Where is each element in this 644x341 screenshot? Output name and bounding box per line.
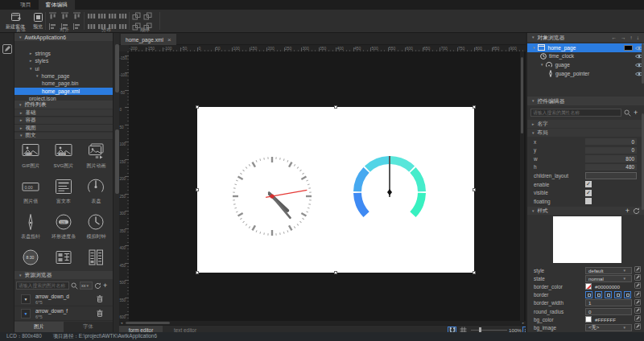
per-state-icon[interactable] bbox=[634, 274, 641, 281]
image-animation-icon[interactable] bbox=[86, 142, 105, 161]
widget-tile-time-clock[interactable]: 模拟时钟 bbox=[80, 211, 113, 244]
image-value-icon[interactable]: 0.00 bbox=[21, 177, 40, 196]
canvas-widget-guage[interactable] bbox=[349, 152, 430, 232]
magnet-button[interactable] bbox=[448, 327, 456, 333]
widget-tile-guage-pointer[interactable]: 表盘指针 bbox=[14, 211, 47, 244]
border-option-button-1[interactable] bbox=[595, 291, 602, 298]
object-tree-item-time_clock[interactable]: time_clock bbox=[527, 52, 644, 61]
scroll-right-icon[interactable]: ► bbox=[522, 321, 525, 325]
editor-tab-form-editor[interactable]: form editor bbox=[119, 326, 163, 332]
widget-category-0[interactable]: ►基础 bbox=[14, 109, 113, 117]
window-icon[interactable] bbox=[538, 44, 545, 51]
delete-resource-icon[interactable] bbox=[97, 295, 103, 302]
align-tool-icon[interactable] bbox=[60, 12, 69, 20]
widget-tile-rich-text[interactable]: 富文本 bbox=[47, 175, 80, 209]
widget-tile-guage[interactable]: 表盘 bbox=[80, 175, 113, 209]
align-tool-icon[interactable] bbox=[132, 12, 141, 20]
align-tool-icon[interactable] bbox=[118, 23, 127, 31]
magnet-icon[interactable] bbox=[449, 327, 456, 332]
scrollbar-thumb[interactable] bbox=[521, 57, 523, 134]
selection-handle[interactable] bbox=[473, 105, 476, 109]
object-move-left-icon[interactable]: ← bbox=[612, 35, 617, 40]
per-state-icon[interactable] bbox=[634, 299, 641, 306]
widget-tile-digital-clock[interactable]: 8:30 bbox=[14, 246, 47, 271]
widget-tile-svg-image[interactable]: SVGSVG图片 bbox=[47, 140, 80, 174]
project-tree-item-home_page[interactable]: ▼home_page bbox=[14, 72, 113, 80]
selection-handle[interactable] bbox=[196, 271, 199, 274]
border-option-button-2[interactable] bbox=[605, 291, 612, 298]
preview-icon[interactable] bbox=[33, 12, 43, 23]
style-input-round_radius[interactable]: 0 bbox=[585, 308, 632, 315]
object-move-right-icon[interactable]: → bbox=[621, 35, 626, 40]
project-tree-item-styles[interactable]: ►styles bbox=[14, 57, 113, 64]
checkbox-floating[interactable] bbox=[585, 198, 592, 204]
time-clock-icon[interactable] bbox=[86, 212, 105, 232]
widget-category-1[interactable]: ►容器 bbox=[14, 117, 113, 125]
gif-image-icon[interactable]: GIF bbox=[21, 142, 40, 161]
widget-category-3[interactable]: ▼图文 bbox=[14, 133, 113, 140]
children-layout-input[interactable] bbox=[585, 172, 637, 179]
candidates-icon[interactable] bbox=[54, 248, 73, 267]
layout-prop-value-field[interactable]: 0 bbox=[585, 147, 637, 154]
object-move-up-icon[interactable]: ↑ bbox=[630, 35, 633, 40]
close-icon[interactable]: × bbox=[167, 36, 171, 43]
border-option-button-3[interactable] bbox=[614, 291, 621, 298]
guage-small-icon[interactable] bbox=[546, 62, 552, 68]
checkbox-enable[interactable]: ✓ bbox=[585, 181, 592, 187]
align-tool-icon[interactable] bbox=[143, 12, 152, 20]
resource-search-input[interactable] bbox=[16, 281, 69, 290]
layout-prop-value-field[interactable]: 800 bbox=[585, 155, 637, 162]
selection-handle[interactable] bbox=[334, 271, 337, 274]
object-tree-item-guage[interactable]: ▼guage bbox=[527, 60, 644, 69]
widget-tile-gif-image[interactable]: GIFGIF图片 bbox=[14, 140, 47, 174]
canvas-widget-time-clock[interactable] bbox=[226, 150, 318, 242]
section-style[interactable]: ▼样式+ bbox=[527, 207, 644, 215]
object-move-down-icon[interactable]: ↓ bbox=[637, 35, 639, 40]
selection-handle[interactable] bbox=[196, 188, 199, 191]
list-view-icon[interactable] bbox=[86, 248, 105, 267]
align-tool-icon[interactable] bbox=[97, 12, 106, 20]
scrollbar-thumb[interactable] bbox=[115, 44, 119, 92]
object-color-swatch[interactable] bbox=[624, 45, 633, 51]
border-option-button-0[interactable] bbox=[585, 291, 592, 298]
style-select-state[interactable]: normal▼ bbox=[585, 275, 632, 282]
per-state-icon[interactable] bbox=[634, 291, 641, 298]
edit-mode-icon[interactable] bbox=[2, 44, 12, 54]
resource-item-arrow_down_d[interactable]: ▼arrow_down_d6*5 bbox=[14, 292, 113, 306]
digital-clock-icon[interactable]: 8:30 bbox=[21, 248, 40, 267]
rich-text-icon[interactable] bbox=[54, 177, 73, 196]
style-input-border_width[interactable]: 1 bbox=[585, 299, 632, 306]
widget-tile-progress-circle[interactable]: 123环形进度条 bbox=[47, 211, 80, 244]
border-option-button-4[interactable] bbox=[624, 291, 631, 298]
selection-handle[interactable] bbox=[196, 105, 199, 109]
zoom-slider-track[interactable] bbox=[471, 330, 507, 331]
clock-icon[interactable] bbox=[540, 53, 547, 60]
search-icon[interactable] bbox=[624, 109, 631, 117]
ribbon-tab-project[interactable]: 项目 bbox=[13, 0, 39, 10]
add-style-icon[interactable]: + bbox=[625, 207, 630, 215]
search-icon[interactable] bbox=[71, 282, 78, 290]
section-layout[interactable]: ▼布局 bbox=[527, 129, 644, 137]
object-tree-item-guage_pointer[interactable]: guage_pointer bbox=[527, 69, 644, 78]
align-tool-icon[interactable] bbox=[87, 12, 96, 20]
object-tree-item-home_page[interactable]: ▼home_page bbox=[527, 43, 644, 52]
project-tree-item-strings[interactable]: ►strings bbox=[14, 50, 113, 57]
align-tool-icon[interactable] bbox=[48, 12, 57, 20]
refresh-icon[interactable] bbox=[94, 282, 101, 290]
checkbox-visible[interactable]: ✓ bbox=[585, 190, 592, 196]
scrollbar-thumb[interactable] bbox=[115, 129, 119, 194]
project-root-row[interactable]: ▼AwtkApplication6 bbox=[14, 33, 113, 41]
doc-tab-home-page[interactable]: home_page.xml× bbox=[121, 34, 176, 45]
section-name[interactable]: ►名字 bbox=[527, 120, 644, 128]
widget-tile-image-value[interactable]: 0.00图片值 bbox=[14, 175, 47, 209]
widget-tile-list-view[interactable] bbox=[80, 246, 113, 271]
editor-tab-text-editor[interactable]: text editor bbox=[163, 326, 208, 332]
widget-tile-image-animation[interactable]: 图片动画 bbox=[80, 140, 113, 174]
style-select-style[interactable]: default▼ bbox=[585, 267, 632, 274]
widget-tile-candidates[interactable] bbox=[47, 246, 80, 271]
add-resource-icon[interactable]: + bbox=[103, 282, 107, 290]
per-state-icon[interactable] bbox=[634, 282, 641, 289]
selection-handle[interactable] bbox=[473, 271, 476, 274]
project-tree-item-ui[interactable]: ▼ui bbox=[14, 65, 113, 72]
widget-category-2[interactable]: ►视图 bbox=[14, 125, 113, 132]
